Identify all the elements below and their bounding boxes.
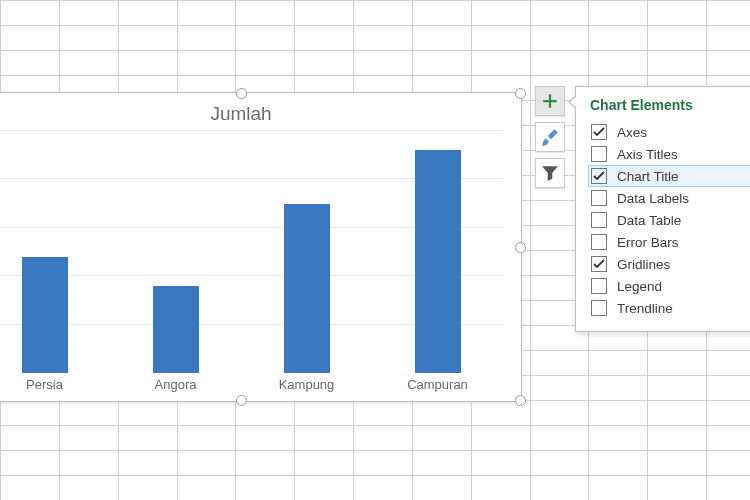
chart-elements-flyout: Chart Elements AxesAxis TitlesChart Titl… [575, 86, 750, 332]
checkbox[interactable] [591, 212, 607, 228]
chart-element-option[interactable]: Gridlines [588, 253, 750, 275]
category-label: Kampung [279, 377, 335, 392]
checkbox[interactable] [591, 278, 607, 294]
resize-handle-e[interactable] [515, 242, 526, 253]
chart-bar[interactable] [153, 286, 199, 373]
funnel-icon [541, 164, 559, 182]
chart-title[interactable]: Jumlah [0, 103, 521, 125]
chart-element-option-label: Gridlines [617, 257, 670, 272]
resize-handle-s[interactable] [236, 395, 247, 406]
resize-handle-se[interactable] [515, 395, 526, 406]
chart-element-option-label: Axes [617, 125, 647, 140]
checkbox[interactable] [591, 190, 607, 206]
chart-element-option[interactable]: Error Bars [588, 231, 750, 253]
category-label: Angora [155, 377, 197, 392]
chart-category-axis: PersiaAngoraKampungCampuran [0, 377, 503, 397]
resize-handle-n[interactable] [236, 88, 247, 99]
chart-element-option[interactable]: Legend [588, 275, 750, 297]
chart-object[interactable]: Jumlah PersiaAngoraKampungCampuran [0, 92, 522, 402]
checkbox[interactable] [591, 146, 607, 162]
chart-filters-button[interactable] [535, 158, 565, 188]
checkbox[interactable] [591, 168, 607, 184]
plus-icon [541, 92, 559, 110]
chart-styles-button[interactable] [535, 122, 565, 152]
chart-elements-flyout-title: Chart Elements [590, 97, 750, 113]
chart-bar[interactable] [284, 204, 330, 373]
category-label: Persia [26, 377, 63, 392]
chart-element-option[interactable]: Trendline [588, 297, 750, 319]
chart-element-option-label: Data Labels [617, 191, 689, 206]
chart-element-option[interactable]: Data Labels [588, 187, 750, 209]
chart-element-option-label: Axis Titles [617, 147, 678, 162]
checkbox[interactable] [591, 300, 607, 316]
chart-element-option[interactable]: Data Table [588, 209, 750, 231]
chart-element-option[interactable]: Axis Titles [588, 143, 750, 165]
chart-element-option-label: Chart Title [617, 169, 679, 184]
chart-element-option-label: Legend [617, 279, 662, 294]
checkbox[interactable] [591, 256, 607, 272]
paintbrush-icon [541, 128, 559, 146]
chart-side-buttons [535, 86, 565, 194]
chart-element-option-label: Data Table [617, 213, 681, 228]
chart-element-option-label: Error Bars [617, 235, 679, 250]
checkbox[interactable] [591, 234, 607, 250]
chart-elements-button[interactable] [535, 86, 565, 116]
checkbox[interactable] [591, 124, 607, 140]
chart-element-option[interactable]: Chart Title› [588, 165, 750, 187]
gridline [0, 130, 503, 131]
category-label: Campuran [407, 377, 468, 392]
chart-plot-area[interactable] [0, 131, 503, 373]
chart-element-option[interactable]: Axes [588, 121, 750, 143]
chart-bar[interactable] [22, 257, 68, 373]
chart-bar[interactable] [415, 150, 461, 373]
chart-element-option-label: Trendline [617, 301, 673, 316]
resize-handle-ne[interactable] [515, 88, 526, 99]
